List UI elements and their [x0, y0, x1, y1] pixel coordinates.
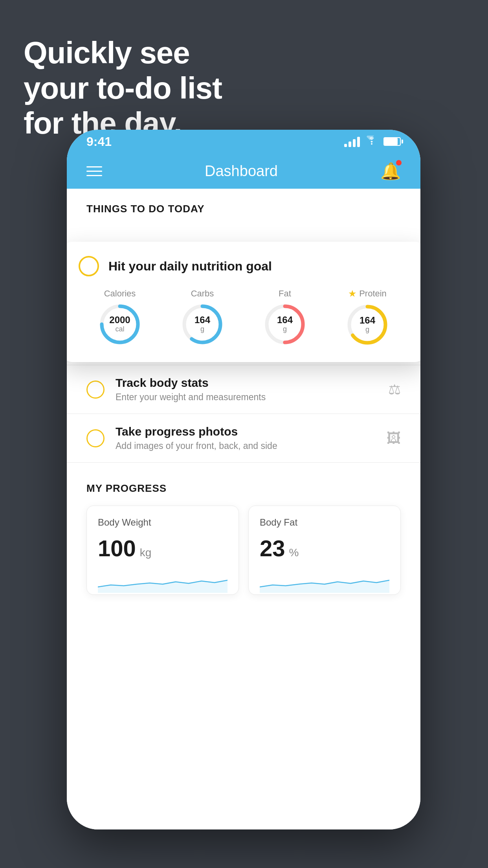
donut-fat: 164 g [263, 303, 306, 346]
nutrition-check-circle [79, 256, 99, 276]
status-icons [344, 135, 401, 148]
battery-icon [383, 137, 401, 146]
todo-text: Track body stats Enter your weight and m… [116, 376, 377, 403]
headline-line1: Quickly see [24, 35, 190, 70]
status-time: 9:41 [86, 134, 112, 149]
signal-bars-icon [344, 136, 360, 147]
page-headline: Quickly see your to-do list for the day. [24, 35, 222, 141]
donut-carbs: 164 g [181, 303, 224, 346]
progress-card-value: 100 kg [98, 535, 227, 561]
donut-protein: 164 g [346, 303, 389, 346]
mini-chart [260, 569, 389, 593]
nutrition-item-carbs: Carbs 164 g [181, 289, 224, 346]
notification-badge [396, 160, 402, 166]
nutrition-card: Hit your daily nutrition goal Calories 2… [67, 242, 420, 362]
phone-frame: 9:41 Dashb [67, 130, 420, 829]
phone-content: THINGS TO DO TODAY Hit your daily nutrit… [67, 189, 420, 829]
headline-line2: your to-do list [24, 71, 222, 105]
svg-point-0 [371, 143, 372, 145]
menu-button[interactable] [86, 166, 102, 176]
nutrition-item-fat: Fat 164 g [263, 289, 306, 346]
status-bar: 9:41 [67, 130, 420, 153]
wifi-icon [365, 135, 378, 148]
progress-card[interactable]: Body Weight 100 kg [86, 506, 239, 595]
todo-check-circle [86, 429, 105, 447]
todo-item[interactable]: Track body stats Enter your weight and m… [67, 365, 420, 414]
nutrition-goal-row: Hit your daily nutrition goal [79, 256, 409, 276]
app-title: Dashboard [205, 163, 278, 180]
todo-item[interactable]: Take progress photos Add images of your … [67, 414, 420, 463]
progress-cards: Body Weight 100 kg Body Fat 23 % [86, 506, 401, 595]
nutrition-item-protein: ★Protein 164 g [346, 288, 389, 346]
notification-button[interactable]: 🔔 [380, 162, 401, 181]
todo-right-icon: ⚖ [388, 381, 401, 398]
todo-text: Take progress photos Add images of your … [116, 425, 376, 451]
mini-chart [98, 569, 227, 593]
progress-card[interactable]: Body Fat 23 % [248, 506, 401, 595]
nutrition-goal-title: Hit your daily nutrition goal [108, 259, 272, 274]
todo-right-icon: 🖼 [387, 430, 401, 447]
nutrition-item-calories: Calories 2000 cal [98, 289, 141, 346]
donut-calories: 2000 cal [98, 303, 141, 346]
todo-check-circle [86, 381, 105, 399]
progress-card-title: Body Weight [98, 517, 227, 528]
app-header: Dashboard 🔔 [67, 153, 420, 189]
progress-card-title: Body Fat [260, 517, 389, 528]
things-to-do-header: THINGS TO DO TODAY [67, 189, 420, 222]
nutrition-circles: Calories 2000 cal Carbs 164 g Fat 164 g … [79, 288, 409, 346]
progress-header: MY PROGRESS [86, 482, 401, 495]
progress-section: MY PROGRESS Body Weight 100 kg Body Fat … [67, 463, 420, 595]
star-icon: ★ [348, 288, 357, 299]
progress-card-value: 23 % [260, 535, 389, 561]
